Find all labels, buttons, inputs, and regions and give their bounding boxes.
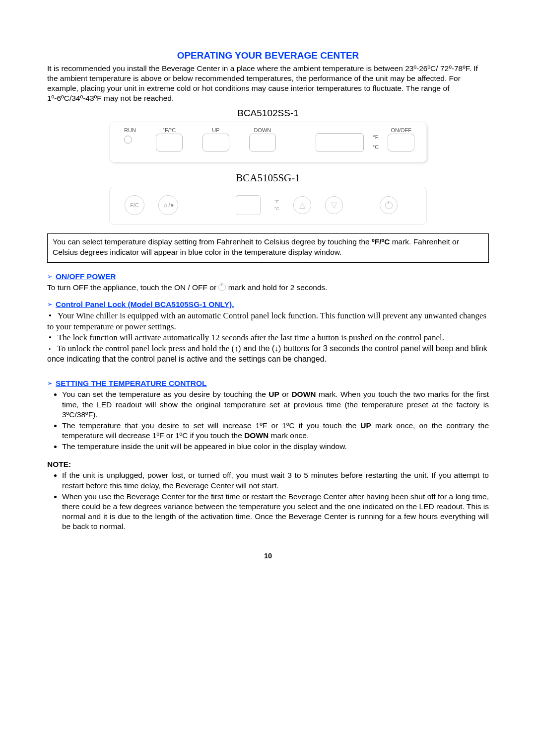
fc-button[interactable] bbox=[156, 134, 183, 151]
cpl-b3-up: ↑ bbox=[234, 344, 238, 353]
light-button[interactable]: ☼/● bbox=[158, 195, 178, 215]
page-number: 10 bbox=[47, 551, 489, 561]
note-bullet2: When you use the Beverage Center for the… bbox=[62, 492, 489, 532]
fc-button-label: F/C bbox=[130, 202, 139, 209]
stc-b2-c: mark once. bbox=[268, 431, 309, 440]
stc-b2-up: UP bbox=[360, 421, 371, 430]
onoff-power-heading-text: ON/OFF POWER bbox=[56, 272, 116, 281]
up-button[interactable] bbox=[202, 134, 229, 151]
cpl-b3-down: ↓ bbox=[274, 344, 278, 353]
up-triangle-icon: △ bbox=[299, 200, 305, 210]
degF-label: °F bbox=[274, 198, 279, 205]
temperature-display bbox=[316, 133, 364, 152]
fc-label: °F/°C bbox=[156, 127, 183, 134]
cpl-heading-text: Control Panel Lock (Model BCA5105SG-1 ON… bbox=[56, 300, 234, 308]
up-button[interactable]: △ bbox=[293, 196, 311, 214]
down-button[interactable] bbox=[249, 134, 276, 151]
intro-text: It is recommended you install the Bevera… bbox=[47, 64, 489, 104]
stc-bullet2: The temperature that you desire to set w… bbox=[62, 421, 489, 441]
arrow-bullet-icon: ➢ bbox=[47, 379, 53, 387]
note-heading: NOTE: bbox=[47, 459, 489, 469]
cpl-b3-a: To unlock the control panel lock press a… bbox=[57, 344, 235, 353]
cpl-bullet1-text: Your Wine chiller is equipped with an au… bbox=[47, 311, 486, 331]
run-indicator-icon bbox=[124, 136, 132, 144]
down-triangle-icon: ▽ bbox=[331, 200, 337, 210]
onoff-power-body: To turn OFF the appliance, touch the ON … bbox=[47, 283, 489, 293]
stc-bullet1: You can set the temperature as you desir… bbox=[62, 389, 489, 419]
cpl-bullet3: •To unlock the control panel lock press … bbox=[47, 343, 489, 365]
arrow-bullet-icon: ➢ bbox=[47, 301, 53, 308]
onoff-body-before: To turn OFF the appliance, touch the ON … bbox=[47, 283, 218, 292]
onoff-body-after: mark and hold for 2 seconds. bbox=[226, 283, 327, 292]
stc-bullet3: The temperature inside the unit will be … bbox=[62, 442, 489, 452]
control-panel-bca5105sg: F/C ☼/● °F °C △ ▽ bbox=[109, 187, 427, 225]
onoff-label: ON/OFF bbox=[388, 127, 414, 134]
stc-b2-a: The temperature that you desire to set w… bbox=[62, 421, 360, 430]
degC-label: °C bbox=[373, 144, 379, 151]
power-icon bbox=[385, 202, 393, 209]
stc-b2-down: DOWN bbox=[244, 431, 268, 440]
cpl-bullet2-text: The lock function will activate automati… bbox=[58, 333, 444, 342]
stc-heading: ➢SETTING THE TEMPERATURE CONTROL bbox=[47, 378, 489, 388]
light-icon: ☼/● bbox=[162, 201, 174, 210]
cpl-bullet2: •The lock function will activate automat… bbox=[47, 332, 489, 343]
note-mark: ºF/ºC bbox=[372, 237, 390, 246]
up-label: UP bbox=[202, 127, 229, 134]
onoff-button[interactable] bbox=[388, 134, 414, 151]
fc-button[interactable]: F/C bbox=[125, 195, 144, 215]
note-bullet1: If the unit is unplugged, power lost, or… bbox=[62, 470, 489, 490]
power-button[interactable] bbox=[380, 196, 398, 214]
stc-heading-text: SETTING THE TEMPERATURE CONTROL bbox=[56, 379, 207, 387]
stc-b1-or: or bbox=[279, 390, 292, 398]
temperature-display bbox=[236, 195, 261, 215]
panel1-model: BCA5102SS-1 bbox=[47, 107, 489, 120]
note-text-before: You can select temperature display setti… bbox=[53, 237, 372, 246]
down-button[interactable]: ▽ bbox=[325, 196, 343, 214]
stc-b1-down: DOWN bbox=[291, 390, 316, 398]
degC-label: °C bbox=[274, 205, 279, 212]
control-panel-bca5102ss: RUN °F/°C UP DOWN bbox=[109, 122, 427, 162]
cpl-bullet1: •Your Wine chiller is equipped with an a… bbox=[47, 310, 489, 332]
cpl-b3-mid: ) and the ( bbox=[238, 344, 274, 353]
run-label: RUN bbox=[124, 127, 136, 134]
onoff-power-heading: ➢ON/OFF POWER bbox=[47, 272, 489, 282]
panel2-model: BCA5105SG-1 bbox=[47, 171, 489, 185]
power-icon bbox=[218, 284, 226, 291]
cpl-heading: ➢Control Panel Lock (Model BCA5105SG-1 O… bbox=[47, 300, 489, 309]
down-label: DOWN bbox=[249, 127, 276, 134]
stc-b1-up: UP bbox=[268, 390, 279, 398]
page-title: OPERATING YOUR BEVERAGE CENTER bbox=[47, 50, 489, 62]
degF-label: °F bbox=[373, 134, 379, 141]
fc-note-box: You can select temperature display setti… bbox=[47, 233, 489, 262]
arrow-bullet-icon: ➢ bbox=[47, 273, 53, 280]
stc-b1-a: You can set the temperature as you desir… bbox=[62, 390, 268, 398]
